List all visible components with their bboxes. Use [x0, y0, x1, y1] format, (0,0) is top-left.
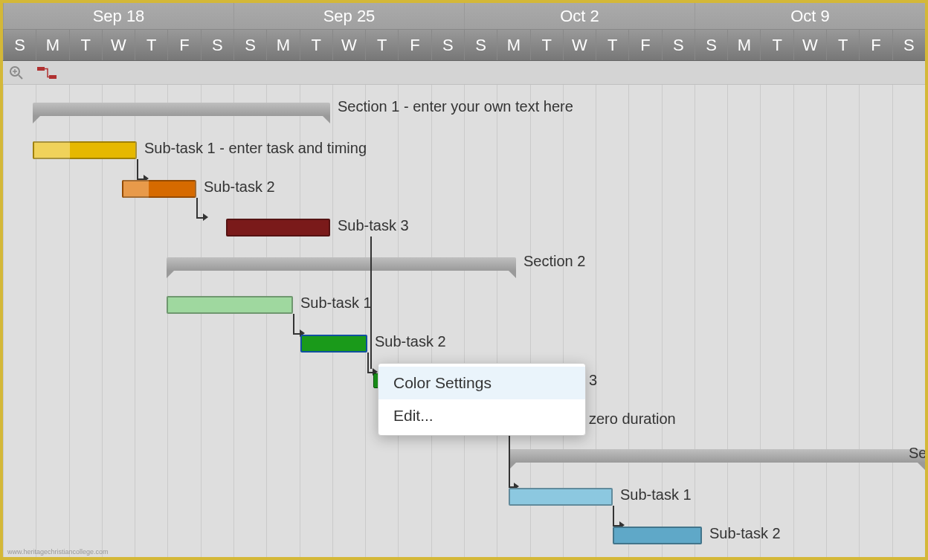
section-label: Section 2: [523, 253, 585, 270]
day-label: T: [760, 30, 793, 60]
svg-line-1: [19, 75, 22, 79]
task-label: Sub-task 2: [709, 525, 781, 542]
day-label: S: [233, 30, 266, 60]
day-label: M: [36, 30, 68, 60]
task-label: Sub-task 1: [620, 486, 692, 503]
section-bar[interactable]: [33, 103, 330, 116]
week-label: Oct 2: [464, 3, 695, 29]
day-label: T: [69, 30, 102, 60]
day-label: S: [662, 30, 695, 60]
zoom-in-icon[interactable]: [9, 65, 24, 80]
day-label: S: [431, 30, 464, 60]
task-label: Sub-task 1: [300, 295, 372, 312]
day-label: M: [497, 30, 529, 60]
day-label: S: [464, 30, 497, 60]
day-label: T: [300, 30, 332, 60]
task-bar[interactable]: [167, 296, 293, 314]
timeline-weeks-header: Sep 18 Sep 25 Oct 2 Oct 9: [3, 3, 925, 30]
section-label: Se: [909, 445, 927, 462]
watermark: www.heritagechristiancollege.com: [7, 548, 109, 556]
svg-rect-4: [37, 67, 45, 71]
task-label: Sub-task 2: [204, 178, 275, 196]
day-label: S: [695, 30, 727, 60]
timeline-days-header: SMTWTFSSMTWTFSSMTWTFSSMTWTFS: [3, 30, 925, 61]
day-label: F: [398, 30, 431, 60]
day-label: S: [201, 30, 233, 60]
task-label: Sub-task 2: [375, 333, 446, 350]
menu-item-edit[interactable]: Edit...: [378, 399, 585, 432]
svg-rect-5: [49, 75, 57, 79]
gantt-chart-area[interactable]: Section 1 - enter your own text here Sub…: [3, 85, 925, 560]
day-label: M: [266, 30, 299, 60]
section-bar[interactable]: [509, 449, 925, 463]
day-label: S: [892, 30, 925, 60]
task-bar[interactable]: [122, 180, 196, 198]
section-label: Section 1 - enter your own text here: [338, 98, 573, 115]
task-bar[interactable]: [300, 335, 367, 353]
task-label: Sub-task 3: [338, 217, 409, 234]
day-label: T: [596, 30, 628, 60]
day-label: W: [793, 30, 826, 60]
section-bar[interactable]: [167, 257, 516, 271]
day-label: W: [563, 30, 596, 60]
day-label: F: [167, 30, 200, 60]
day-label: T: [826, 30, 859, 60]
day-label: W: [332, 30, 365, 60]
task-bar[interactable]: [509, 488, 613, 506]
task-label: Sub-task 1 - enter task and timing: [144, 140, 367, 157]
task-bar[interactable]: [33, 141, 137, 159]
day-label: T: [365, 30, 398, 60]
toolbar: [3, 61, 925, 85]
menu-item-color-settings[interactable]: Color Settings: [378, 367, 585, 399]
task-label: 3: [589, 372, 597, 389]
day-label: F: [859, 30, 892, 60]
task-bar[interactable]: [613, 527, 702, 544]
day-label: M: [727, 30, 760, 60]
day-label: S: [3, 30, 36, 60]
week-label: Oct 9: [695, 3, 925, 29]
week-label: Sep 25: [233, 3, 464, 29]
day-label: T: [530, 30, 563, 60]
dependency-link-icon[interactable]: [37, 67, 57, 79]
week-label: Sep 18: [3, 3, 233, 29]
task-label: zero duration: [589, 411, 676, 428]
day-label: F: [628, 30, 661, 60]
context-menu: Color Settings Edit...: [378, 363, 586, 436]
day-label: T: [135, 30, 167, 60]
task-bar[interactable]: [226, 219, 330, 236]
day-label: W: [102, 30, 135, 60]
